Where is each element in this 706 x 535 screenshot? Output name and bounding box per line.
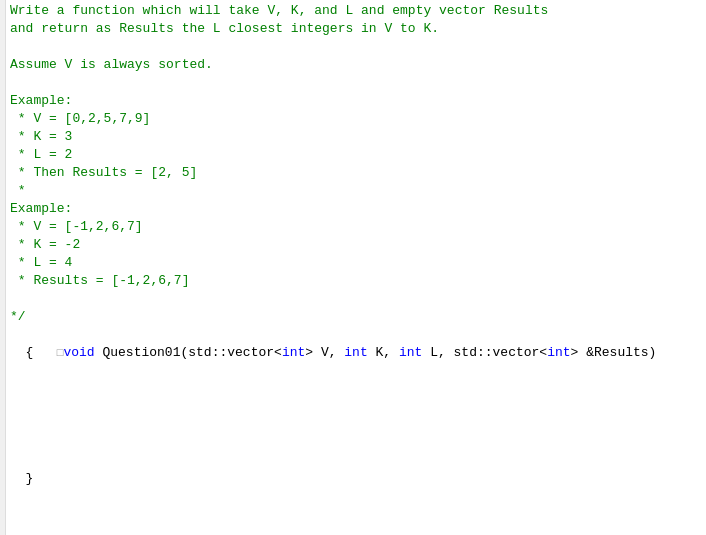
blank-line (10, 380, 702, 398)
void-keyword: void (63, 345, 94, 360)
code-line: * L = 2 (10, 146, 702, 164)
code-line: * L = 4 (10, 254, 702, 272)
function-name: Question01( (95, 345, 189, 360)
blank-line (10, 398, 702, 416)
code-line: Example: (10, 200, 702, 218)
code-line: * V = [-1,2,6,7] (10, 218, 702, 236)
code-line: */ (10, 308, 702, 326)
blank-line (10, 434, 702, 452)
code-line: and return as Results the L closest inte… (10, 20, 702, 38)
code-line: * Results = [-1,2,6,7] (10, 272, 702, 290)
code-line (10, 38, 702, 56)
blank-line (10, 362, 702, 380)
blank-line (10, 452, 702, 470)
code-line: Example: (10, 92, 702, 110)
function-signature-line: □void Question01(std::vector<int> V, int… (10, 326, 702, 344)
code-line: * K = -2 (10, 236, 702, 254)
code-content[interactable]: Write a function which will take V, K, a… (6, 0, 706, 535)
code-line: * Then Results = [2, 5] (10, 164, 702, 182)
close-brace-line: } (10, 470, 702, 488)
code-editor: Write a function which will take V, K, a… (0, 0, 706, 535)
code-line: Assume V is always sorted. (10, 56, 702, 74)
code-line: * K = 3 (10, 128, 702, 146)
int-keyword2: int (344, 345, 367, 360)
code-line (10, 290, 702, 308)
int-keyword4: int (547, 345, 570, 360)
int-keyword3: int (399, 345, 422, 360)
code-line: * (10, 182, 702, 200)
int-keyword1: int (282, 345, 305, 360)
code-line: Write a function which will take V, K, a… (10, 2, 702, 20)
param-type1: std::vector< (188, 345, 282, 360)
blank-line (10, 416, 702, 434)
code-line (10, 74, 702, 92)
code-line: * V = [0,2,5,7,9] (10, 110, 702, 128)
